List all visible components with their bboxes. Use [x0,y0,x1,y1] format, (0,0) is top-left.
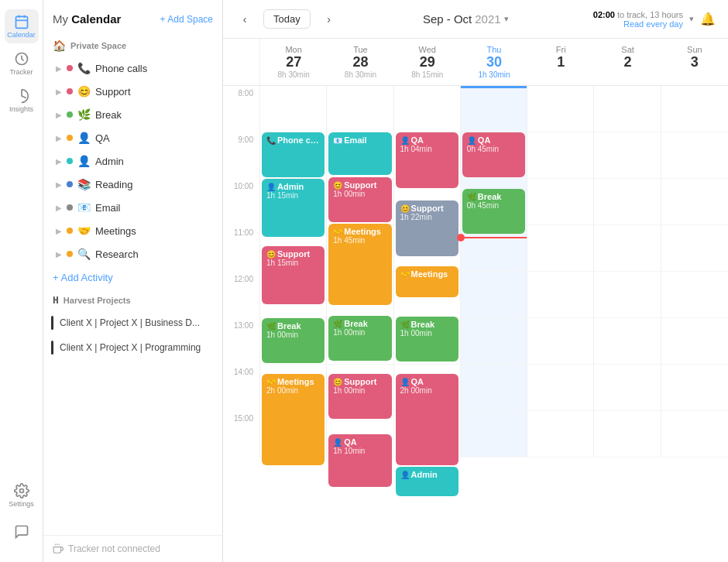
day-header-wed: Wed 29 8h 15min [394,39,461,85]
nav-settings-label: Settings [9,500,34,508]
sidebar-header: My Calendar + Add Space [43,0,222,35]
toggle-icon[interactable]: ▶ [56,250,62,259]
project-item-1[interactable]: Client X | Project X | Business D... [43,311,222,334]
nav-chat[interactable] [5,516,39,550]
day-col-fri [527,86,594,457]
event-tue-qa[interactable]: 👤QA 1h 10min [328,434,391,487]
nav-settings[interactable]: Settings [5,478,39,512]
nav-calendar-label: Calendar [7,31,36,39]
calendar-grid: 8:00 9:00 10:00 11:00 12:00 13:00 14:00 … [223,86,728,562]
day-col-wed: 👤QA 1h 04min 😊Support 1h 22min 🤝Meetings… [394,86,461,457]
event-tue-meetings[interactable]: 🤝Meetings 1h 45min [328,224,391,305]
prev-button[interactable]: ‹ [235,10,254,29]
svg-point-5 [19,489,23,493]
day-col-sat [594,86,661,457]
sidebar-item-research[interactable]: ▶ 🔍 Research [48,243,218,265]
day-header-sat: Sat 2 [594,39,661,85]
time-column: 8:00 9:00 10:00 11:00 12:00 13:00 14:00 … [223,86,260,457]
icon-navigation: Calendar Tracker Insights Settings [0,0,43,562]
private-space-section: 🏠 Private Space [43,35,222,57]
toggle-icon[interactable]: ▶ [56,111,62,119]
sidebar: My Calendar + Add Space 🏠 Private Space … [43,0,223,562]
harvest-section: H Harvest Projects [43,290,222,310]
calendar-header-right: 02:00 to track, 13 hours Read every day … [593,10,716,29]
nav-insights-label: Insights [9,105,33,113]
nav-insights[interactable]: Insights [5,84,39,118]
sidebar-title: My Calendar [53,12,121,26]
add-activity-button[interactable]: + Add Activity [43,266,222,290]
event-mon-admin[interactable]: 👤Admin 1h 15min [262,179,325,237]
add-space-button[interactable]: + Add Space [160,14,213,25]
nav-tracker[interactable]: Tracker [5,46,39,81]
nav-calendar[interactable]: Calendar [5,9,39,43]
day-headers: Mon 27 8h 30min Tue 28 8h 30min Wed 29 8… [223,39,728,86]
day-col-sun [661,86,728,457]
day-col-mon: 📞Phone calls 👤Admin 1h 15min 😊Support 1h… [260,86,327,457]
day-header-fri: Fri 1 [527,39,594,85]
today-button[interactable]: Today [263,9,311,29]
sidebar-item-break[interactable]: ▶ 🌿 Break [48,104,218,125]
event-thu-qa[interactable]: 👤QA 0h 45min [462,132,525,177]
calendar-title: Sep - Oct 2021 ▾ [423,12,509,26]
day-col-tue: 📧Email 😊Support 1h 00min 🤝Meetings 1h 45… [327,86,393,457]
toggle-icon[interactable]: ▶ [56,134,62,142]
sidebar-item-email[interactable]: ▶ 📧 Email [48,197,218,218]
event-mon-meetings[interactable]: 🤝Meetings 2h 00min [262,374,325,465]
toggle-icon[interactable]: ▶ [56,204,62,212]
sidebar-item-support[interactable]: ▶ 😊 Support [48,81,218,102]
calendar-grid-inner: 8:00 9:00 10:00 11:00 12:00 13:00 14:00 … [223,86,728,457]
track-info: 02:00 to track, 13 hours Read every day [593,10,683,29]
nav-tracker-label: Tracker [9,68,33,76]
event-tue-support[interactable]: 😊Support 1h 00min [328,177,391,222]
event-wed-admin[interactable]: 👤Admin [396,467,458,496]
toggle-icon[interactable]: ▶ [56,227,62,235]
event-thu-break[interactable]: 🌿Break 0h 45min [462,189,525,234]
toggle-icon[interactable]: ▶ [56,64,62,73]
project-item-2[interactable]: Client X | Project X | Programming [43,336,222,359]
day-header-sun: Sun 3 [661,39,728,85]
event-mon-support[interactable]: 😊Support 1h 15min [262,246,325,304]
sidebar-item-meetings[interactable]: ▶ 🤝 Meetings [48,220,218,242]
day-header-thu: Thu 30 1h 30min [461,39,527,85]
sidebar-item-qa[interactable]: ▶ 👤 QA [48,127,218,149]
sidebar-item-admin[interactable]: ▶ 👤 Admin [48,150,218,172]
event-tue-support2[interactable]: 😊Support 1h 00min [328,374,391,419]
event-tue-email[interactable]: 📧Email [328,132,391,175]
track-dropdown-icon[interactable]: ▾ [689,14,694,24]
event-wed-break[interactable]: 🌿Break 1h 00min [396,317,458,362]
toggle-icon[interactable]: ▶ [56,157,62,166]
svg-rect-0 [15,16,27,28]
day-col-thu: 👤QA 0h 45min 🌿Break 0h 45min [461,86,527,457]
day-header-tue: Tue 28 8h 30min [327,39,393,85]
event-wed-meetings[interactable]: 🤝Meetings [396,266,458,297]
event-tue-break[interactable]: 🌿Break 1h 00min [328,316,391,361]
notification-bell-icon[interactable]: 🔔 [700,12,716,26]
tracker-status: Tracker not connected [43,535,222,562]
current-time-indicator [461,237,527,238]
calendar-dropdown-icon[interactable]: ▾ [504,14,509,24]
sidebar-item-phone-calls[interactable]: ▶ 📞 Phone calls [48,57,218,79]
event-mon-break[interactable]: 🌿Break 1h 00min [262,318,325,363]
toggle-icon[interactable]: ▶ [56,87,62,96]
event-wed-support[interactable]: 😊Support 1h 22min [396,200,458,256]
calendar-header: ‹ Today › Sep - Oct 2021 ▾ 02:00 to trac… [223,0,728,39]
event-mon-phone-calls[interactable]: 📞Phone calls [262,132,325,177]
main-calendar: ‹ Today › Sep - Oct 2021 ▾ 02:00 to trac… [223,0,728,562]
toggle-icon[interactable]: ▶ [56,180,62,189]
day-header-mon: Mon 27 8h 30min [260,39,327,85]
event-wed-qa[interactable]: 👤QA 1h 04min [396,132,458,188]
next-button[interactable]: › [320,10,338,29]
event-wed-qa2[interactable]: 👤QA 2h 00min [396,374,458,465]
sidebar-item-reading[interactable]: ▶ 📚 Reading [48,173,218,195]
